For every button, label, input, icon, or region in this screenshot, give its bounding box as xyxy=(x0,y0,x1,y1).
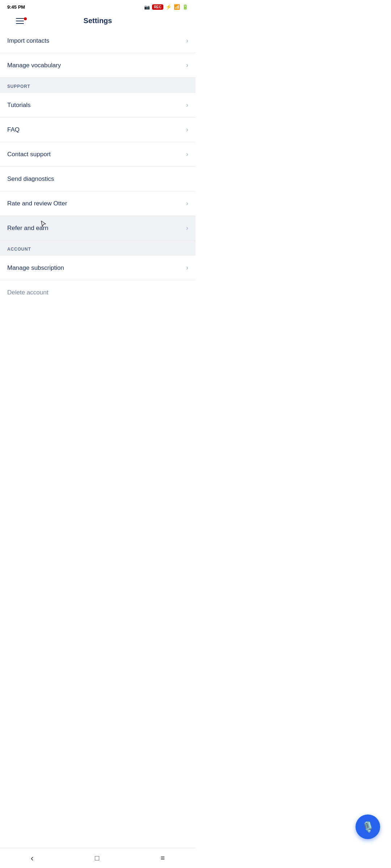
section-header-support: SUPPORT xyxy=(0,78,196,93)
list-item-send-diagnostics[interactable]: Send diagnostics xyxy=(0,167,196,191)
status-icons: 📷 REC ⚡ 📶 🔋 xyxy=(144,4,188,10)
chevron-icon: › xyxy=(186,150,188,158)
bluetooth-icon: ⚡ xyxy=(165,4,172,10)
section-header-account: ACCOUNT xyxy=(0,241,196,256)
notification-dot xyxy=(24,17,27,20)
menu-button[interactable] xyxy=(14,17,25,25)
list-item-manage-vocabulary[interactable]: Manage vocabulary › xyxy=(0,53,196,78)
chevron-icon: › xyxy=(186,264,188,272)
menu-line-3 xyxy=(16,23,24,24)
list-item-delete-account[interactable]: Delete account xyxy=(0,280,196,305)
settings-list: Import contacts › Manage vocabulary › SU… xyxy=(0,29,196,305)
menu-line-1 xyxy=(16,18,24,19)
list-item-contact-support[interactable]: Contact support › xyxy=(0,142,196,167)
list-item-refer-earn[interactable]: Refer and earn › xyxy=(0,216,196,241)
battery-icon: 🔋 xyxy=(182,4,188,10)
page-header: Settings xyxy=(0,13,196,29)
page-title: Settings xyxy=(84,17,112,25)
chevron-icon: › xyxy=(186,61,188,69)
recording-badge: REC xyxy=(152,4,163,10)
list-item-tutorials[interactable]: Tutorials › xyxy=(0,93,196,118)
list-item-manage-subscription[interactable]: Manage subscription › xyxy=(0,256,196,280)
status-bar: 9:45 PM 📷 REC ⚡ 📶 🔋 xyxy=(0,0,196,13)
chevron-icon: › xyxy=(186,126,188,133)
status-time: 9:45 PM xyxy=(7,4,25,10)
list-item-import-contacts[interactable]: Import contacts › xyxy=(0,29,196,53)
menu-line-2 xyxy=(16,21,24,21)
menu-button-container[interactable] xyxy=(7,17,18,25)
list-item-faq[interactable]: FAQ › xyxy=(0,118,196,142)
chevron-icon: › xyxy=(186,200,188,207)
camera-icon: 📷 xyxy=(144,4,150,10)
list-item-rate-review[interactable]: Rate and review Otter › xyxy=(0,191,196,216)
chevron-icon: › xyxy=(186,101,188,109)
chevron-icon: › xyxy=(186,37,188,44)
wifi-icon: 📶 xyxy=(174,4,180,10)
chevron-icon: › xyxy=(186,224,188,232)
